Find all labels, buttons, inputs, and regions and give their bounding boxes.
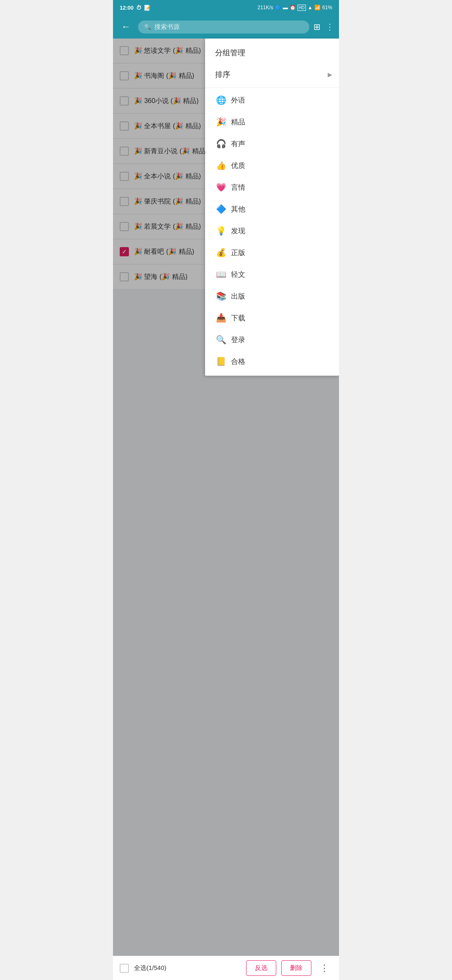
- dropdown-item-quality[interactable]: 👍优质: [205, 155, 339, 176]
- dropdown-item-label: 发现: [231, 226, 245, 236]
- dropdown-item-discover[interactable]: 💡发现: [205, 220, 339, 242]
- dropdown-item-label: 言情: [231, 183, 245, 192]
- back-button[interactable]: ←: [118, 20, 134, 34]
- battery-percent: 61%: [322, 5, 332, 10]
- status-bar: 12:00 ⏱ 📝 211K/s 🔷 ▬ ⏰ HD ▲ 📶 61%: [113, 0, 339, 15]
- dropdown-item-label: 精品: [231, 117, 245, 127]
- dropdown-item-icon: 👍: [215, 160, 227, 170]
- dropdown-item-icon: 🎉: [215, 117, 227, 127]
- hd-icon: HD: [298, 5, 306, 11]
- dropdown-item-audio[interactable]: 🎧有声: [205, 133, 339, 155]
- dropdown-item-label: 有声: [231, 139, 245, 149]
- bottom-bar: 全选(1/540) 反选 删除 ⋮: [113, 956, 339, 980]
- dropdown-item-icon: 💰: [215, 248, 227, 258]
- dropdown-item-label: 其他: [231, 204, 245, 214]
- dropdown-item-foreign[interactable]: 🌐外语: [205, 89, 339, 111]
- dropdown-item-sort[interactable]: 排序▶: [205, 64, 339, 85]
- dropdown-item-romance[interactable]: 💗言情: [205, 176, 339, 198]
- dropdown-item-icon: 🎧: [215, 139, 227, 149]
- battery-indicator: ▬: [283, 5, 288, 10]
- bottom-more-button[interactable]: ⋮: [316, 961, 332, 975]
- note-icon: 📝: [144, 5, 151, 11]
- dropdown-item-label: 下载: [231, 313, 245, 323]
- select-all-checkbox[interactable]: [120, 964, 129, 973]
- dropdown-item-label: 轻文: [231, 270, 245, 279]
- network-speed: 211K/s: [257, 5, 273, 10]
- dropdown-item-label: 优质: [231, 161, 245, 170]
- delete-button[interactable]: 删除: [281, 960, 311, 976]
- dropdown-item-label: 登录: [231, 335, 245, 345]
- search-placeholder: 搜索书源: [154, 23, 180, 31]
- signal-icon: ▲: [308, 5, 313, 10]
- dropdown-item-official[interactable]: 💰正版: [205, 242, 339, 263]
- dropdown-item-publish[interactable]: 📚出版: [205, 285, 339, 307]
- dropdown-item-label: 外语: [231, 95, 245, 105]
- dropdown-item-label: 出版: [231, 291, 245, 301]
- invert-button[interactable]: 反选: [246, 960, 276, 976]
- dropdown-item-label: 正版: [231, 248, 245, 258]
- dropdown-item-icon: 📒: [215, 356, 227, 366]
- dropdown-item-login[interactable]: 🔍登录: [205, 329, 339, 351]
- alarm-icon: ⏰: [290, 5, 296, 10]
- more-button[interactable]: ⋮: [326, 22, 334, 32]
- search-bar[interactable]: 🔍 搜索书源: [138, 21, 309, 34]
- status-right: 211K/s 🔷 ▬ ⏰ HD ▲ 📶 61%: [257, 5, 332, 11]
- dropdown-item-pass[interactable]: 📒合格: [205, 351, 339, 372]
- dropdown-item-light[interactable]: 📖轻文: [205, 263, 339, 285]
- dropdown-item-icon: 📖: [215, 269, 227, 279]
- dropdown-item-label: 排序: [215, 70, 230, 80]
- timer-icon: ⏱: [136, 5, 141, 11]
- dropdown-item-icon: 📥: [215, 313, 227, 323]
- dropdown-item-other[interactable]: 🔷其他: [205, 198, 339, 220]
- main-content: 🎉 悠读文学 (🎉 精品)🎉 书海阁 (🎉 精品)🎉 360小说 (🎉 精品)🎉…: [113, 39, 339, 980]
- toolbar-icons: ⊞ ⋮: [313, 22, 334, 32]
- dropdown-menu: 分组管理排序▶🌐外语🎉精品🎧有声👍优质💗言情🔷其他💡发现💰正版📖轻文📚出版📥下载…: [205, 39, 339, 376]
- dropdown-item-icon: 🔷: [215, 204, 227, 214]
- dropdown-arrow-icon: ▶: [328, 71, 332, 78]
- time: 12:00: [120, 5, 134, 11]
- search-icon: 🔍: [144, 23, 151, 30]
- dropdown-item-group[interactable]: 分组管理: [205, 42, 339, 64]
- dropdown-item-download[interactable]: 📥下载: [205, 307, 339, 329]
- dropdown-item-icon: 📚: [215, 291, 227, 301]
- dropdown-item-icon: 💡: [215, 226, 227, 236]
- wifi-icon: 📶: [314, 5, 321, 10]
- select-all-label: 全选(1/540): [134, 964, 241, 972]
- bluetooth-icon: 🔷: [275, 5, 281, 10]
- dropdown-item-icon: 🌐: [215, 95, 227, 105]
- dropdown-divider: [205, 87, 339, 88]
- qr-button[interactable]: ⊞: [313, 22, 321, 32]
- dropdown-item-icon: 💗: [215, 182, 227, 192]
- dropdown-item-label: 合格: [231, 357, 245, 366]
- status-left: 12:00 ⏱ 📝: [120, 5, 151, 11]
- toolbar: ← 🔍 搜索书源 ⊞ ⋮: [113, 15, 339, 39]
- dropdown-item-premium[interactable]: 🎉精品: [205, 111, 339, 133]
- dropdown-item-label: 分组管理: [215, 48, 245, 58]
- dropdown-item-icon: 🔍: [215, 335, 227, 345]
